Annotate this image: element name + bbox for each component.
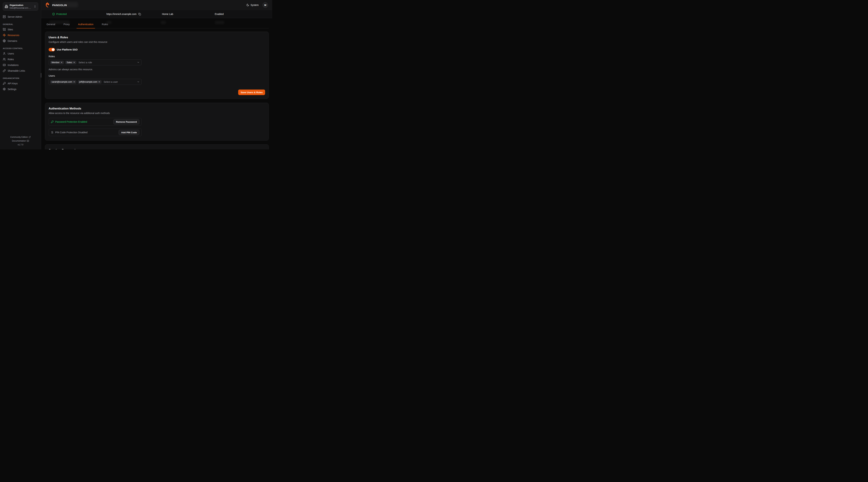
password-status: Password Protection Enabled: [51, 120, 87, 123]
sidebar-item-label: Server Admin: [8, 15, 22, 18]
card-subtitle: Configure which users and roles can visi…: [49, 41, 265, 43]
sidebar-item-label: Shareable Links: [8, 69, 25, 72]
roles-placeholder: Select a role: [79, 61, 92, 64]
ticket-check-icon: [3, 64, 6, 66]
users-placeholder: Select a user: [104, 81, 118, 83]
resource-site: Home Lab: [162, 13, 215, 15]
external-link-icon: [29, 136, 31, 138]
org-switcher-label: Organization: [9, 4, 32, 7]
card-title: Authentication Methods: [49, 107, 265, 110]
section-title-organization: ORGANIZATION: [3, 77, 38, 79]
content: General Proxy Authentication Rules Users…: [41, 18, 272, 150]
users-field-label: Users: [49, 74, 265, 77]
remove-user-icon[interactable]: ✕: [73, 81, 75, 83]
book-open-icon: [27, 140, 29, 142]
version-label: v1.7.0: [3, 143, 38, 147]
roles-combobox[interactable]: Member ✕ Sales ✕ Select a role: [49, 59, 142, 65]
section-title-general: GENERAL: [3, 23, 38, 25]
remove-user-icon[interactable]: ✕: [98, 81, 100, 83]
sidebar-item-sites[interactable]: Sites: [3, 27, 38, 31]
community-edition-link[interactable]: Community Edition: [10, 135, 31, 139]
key-icon: [51, 120, 54, 123]
user-icon: [3, 52, 6, 55]
key-icon: [3, 82, 6, 85]
card-subtitle: Allow access to the resource via additio…: [49, 112, 265, 115]
user-chip: jeff@example.com ✕: [78, 80, 101, 84]
remove-password-button[interactable]: Remove Password: [113, 119, 140, 124]
toggle-thumb: [52, 48, 55, 51]
users-combobox[interactable]: sarah@example.com ✕ jeff@example.com ✕ S…: [49, 79, 142, 85]
chevron-down-icon: [137, 61, 140, 64]
password-protection-row: Password Protection Enabled Remove Passw…: [49, 118, 142, 126]
role-chip: Sales ✕: [65, 61, 76, 64]
resource-info-bar: Protected https://immich.example.com Hom…: [41, 10, 272, 18]
sidebar-item-settings[interactable]: Settings: [3, 87, 38, 91]
gear-icon: [3, 88, 6, 91]
platform-sso-toggle[interactable]: [49, 48, 55, 51]
pin-status: PIN Code Protection Disabled: [51, 131, 88, 134]
add-pin-code-button[interactable]: Add PIN Code: [119, 130, 140, 135]
sidebar-item-api-keys[interactable]: API Keys: [3, 82, 38, 85]
copy-icon[interactable]: [138, 13, 141, 15]
sidebar-item-label: Sites: [8, 28, 13, 31]
tab-rules[interactable]: Rules: [100, 23, 110, 28]
sidebar-item-domains[interactable]: Domains: [3, 39, 38, 43]
sidebar-item-users[interactable]: Users: [3, 52, 38, 56]
brand: PANGOLIN: [45, 2, 67, 8]
sidebar-item-label: Resources: [8, 34, 19, 37]
roles-field-label: Roles: [49, 55, 265, 58]
user-chip: sarah@example.com ✕: [50, 80, 76, 84]
theme-toggle[interactable]: System: [246, 4, 259, 6]
sidebar-footer: Community Edition Documentation v1.7.0: [3, 135, 38, 147]
sidebar-item-invitations[interactable]: Invitations: [3, 63, 38, 67]
tab-proxy[interactable]: Proxy: [62, 23, 71, 28]
sidebar-item-roles[interactable]: Roles: [3, 57, 38, 61]
tab-authentication[interactable]: Authentication: [76, 23, 95, 28]
sidebar-item-shareable-links[interactable]: Shareable Links: [3, 69, 38, 73]
tabs: General Proxy Authentication Rules: [45, 23, 269, 28]
resource-state: Enabled: [215, 13, 272, 15]
otp-card: One-time Passwords Require email-based a…: [45, 144, 269, 150]
server-icon: [3, 15, 6, 18]
sidebar-item-label: Roles: [8, 58, 14, 61]
remove-role-icon[interactable]: ✕: [61, 61, 62, 64]
users-roles-card: Users & Roles Configure which users and …: [45, 32, 269, 99]
sidebar-item-resources[interactable]: Resources: [3, 33, 38, 37]
section-title-access-control: ACCESS CONTROL: [3, 47, 38, 50]
waypoints-icon: [3, 34, 6, 37]
main-area: PANGOLIN System M: [41, 0, 272, 150]
auth-methods-card: Authentication Methods Allow access to t…: [45, 103, 269, 140]
binary-icon: [51, 131, 54, 134]
card-title: One-time Passwords: [49, 149, 265, 150]
sidebar: Organization milo@fossorial.io's ... Ser…: [0, 0, 41, 150]
remove-role-icon[interactable]: ✕: [73, 61, 75, 64]
globe-icon: [3, 39, 6, 42]
documentation-link[interactable]: Documentation: [12, 139, 29, 143]
tab-general[interactable]: General: [45, 23, 57, 28]
role-chip: Member ✕: [50, 61, 64, 64]
org-switcher-value: milo@fossorial.io's ...: [9, 7, 32, 9]
save-users-roles-button[interactable]: Save Users & Roles: [238, 90, 265, 95]
topbar: PANGOLIN System M: [41, 0, 272, 18]
link-icon: [3, 69, 6, 72]
sidebar-item-label: Invitations: [8, 64, 19, 66]
pangolin-logo-icon: [45, 2, 51, 8]
org-switcher[interactable]: Organization milo@fossorial.io's ...: [3, 2, 38, 10]
sidebar-nav: Server Admin GENERAL Sites Resources Dom: [3, 14, 38, 93]
combine-icon: [3, 28, 6, 31]
sidebar-item-label: API Keys: [8, 82, 18, 85]
app-root: Organization milo@fossorial.io's ... Ser…: [0, 0, 272, 150]
resource-url: https://immich.example.com: [106, 13, 157, 15]
chevrons-up-down-icon: [34, 5, 36, 8]
sidebar-item-server-admin[interactable]: Server Admin: [3, 15, 38, 19]
protection-status: Protected: [52, 13, 99, 15]
sidebar-scrollbar-thumb[interactable]: [41, 73, 41, 77]
building-icon: [5, 5, 8, 8]
sidebar-item-label: Settings: [8, 88, 17, 91]
avatar[interactable]: M: [262, 2, 268, 8]
theme-label: System: [250, 4, 259, 6]
card-title: Users & Roles: [49, 36, 265, 39]
users-icon: [3, 58, 6, 61]
brand-name: PANGOLIN: [52, 4, 67, 7]
moon-icon: [246, 4, 249, 6]
